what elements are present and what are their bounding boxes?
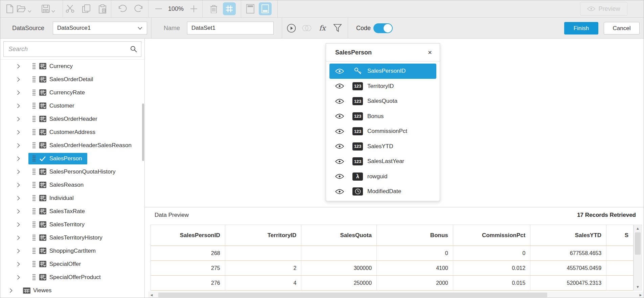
chevron-right-icon[interactable] [17, 104, 21, 108]
drag-handle-icon[interactable] [32, 76, 36, 83]
code-toggle-on[interactable] [373, 23, 393, 33]
open-dropdown-icon[interactable] [28, 8, 31, 11]
cancel-button[interactable]: Cancel [604, 22, 640, 35]
save-report-icon[interactable] [41, 4, 50, 13]
redo-icon[interactable] [134, 4, 143, 13]
eye-icon[interactable] [335, 159, 344, 164]
chevron-right-icon[interactable] [17, 222, 21, 227]
undo-icon[interactable] [118, 4, 127, 13]
drag-handle-icon[interactable] [32, 89, 36, 96]
chevron-right-icon[interactable] [17, 235, 21, 240]
chevron-right-icon[interactable] [17, 183, 21, 187]
close-icon[interactable]: ✕ [427, 49, 433, 55]
drag-handle-icon[interactable] [32, 102, 36, 109]
chevron-right-icon[interactable] [17, 169, 21, 174]
cut-icon[interactable] [66, 4, 74, 13]
tree-item-currencyrate[interactable]: CurrencyRate [0, 86, 142, 99]
horizontal-scroll-thumb[interactable] [158, 293, 547, 297]
eye-icon[interactable] [335, 143, 344, 149]
drag-handle-icon[interactable] [32, 195, 36, 201]
drag-handle-icon[interactable] [32, 129, 36, 135]
eye-icon[interactable] [335, 68, 344, 74]
preview-button-disabled[interactable]: Preview [580, 2, 627, 16]
eye-icon[interactable] [335, 113, 344, 119]
finish-button[interactable]: Finish [564, 22, 598, 35]
chevron-right-icon[interactable] [17, 196, 21, 201]
chevron-right-icon[interactable] [17, 143, 21, 148]
search-input[interactable] [4, 46, 126, 53]
eye-icon[interactable] [335, 83, 344, 89]
drag-handle-icon[interactable] [32, 63, 36, 69]
new-report-icon[interactable] [5, 4, 14, 13]
grid-vertical-scrollbar[interactable]: ▲ ▼ [634, 225, 642, 291]
field-row-saleslastyear[interactable]: 123SalesLastYear [329, 154, 436, 169]
save-dropdown-icon[interactable] [51, 8, 55, 11]
tree-item-individual[interactable]: Individual [0, 191, 142, 205]
paste-icon[interactable] [98, 4, 107, 13]
field-row-bonus[interactable]: 123Bonus [329, 109, 436, 124]
expression-fx-icon[interactable]: fx [318, 23, 327, 33]
drag-handle-icon[interactable] [32, 274, 36, 280]
grid-horizontal-scrollbar[interactable]: ◄ ► [148, 292, 644, 298]
tree-item-specialofferproduct[interactable]: SpecialOfferProduct [0, 271, 142, 284]
drag-handle-icon[interactable] [32, 182, 36, 188]
field-row-territoryid[interactable]: 123TerritoryID [329, 79, 436, 94]
chevron-right-icon[interactable] [9, 288, 14, 293]
field-row-modifieddate[interactable]: ModifiedDate [329, 184, 436, 199]
chevron-right-icon[interactable] [17, 130, 21, 135]
drag-handle-icon[interactable] [32, 168, 36, 175]
eye-icon[interactable] [335, 174, 344, 179]
chevron-right-icon[interactable] [17, 209, 21, 214]
sidebar-scrollbar-thumb[interactable] [142, 104, 144, 161]
scroll-right-icon[interactable]: ► [637, 292, 644, 298]
zoom-out-icon[interactable] [154, 4, 163, 13]
chevron-right-icon[interactable] [17, 64, 21, 69]
chevron-right-icon[interactable] [17, 249, 21, 253]
tree-item-customeraddress[interactable]: CustomerAddress [0, 125, 142, 139]
tree-item-salesreason[interactable]: SalesReason [0, 178, 142, 191]
scroll-left-icon[interactable]: ◄ [148, 292, 155, 298]
tree-item-salesorderheader[interactable]: SalesOrderHeader [0, 112, 142, 125]
drag-handle-icon[interactable] [32, 208, 36, 214]
chevron-right-icon[interactable] [17, 275, 21, 280]
page-header-icon[interactable] [246, 4, 255, 13]
chevron-right-icon[interactable] [17, 90, 21, 95]
tree-item-salesperson[interactable]: SalesPerson [0, 152, 142, 165]
drag-handle-icon[interactable] [32, 248, 36, 254]
scroll-down-icon[interactable]: ▼ [634, 283, 642, 290]
drag-handle-icon[interactable] [32, 142, 36, 148]
field-row-salespersonid[interactable]: SalesPersonID [329, 64, 436, 79]
search-box[interactable] [3, 41, 141, 57]
chevron-right-icon[interactable] [17, 156, 21, 161]
tree-item-salesorderheadersalesreason[interactable]: SalesOrderHeaderSalesReason [0, 139, 142, 152]
eye-icon[interactable] [335, 189, 344, 194]
delete-icon[interactable] [209, 4, 218, 13]
vertical-scroll-thumb[interactable] [635, 232, 641, 255]
field-row-salesytd[interactable]: 123SalesYTD [329, 139, 436, 154]
tree-item-currency[interactable]: Currency [0, 60, 142, 73]
filter-icon[interactable] [333, 23, 342, 33]
run-query-icon[interactable] [286, 23, 296, 33]
tree-item-salespersonquotahistory[interactable]: SalesPersonQuotaHistory [0, 165, 142, 178]
tree-item-customer[interactable]: Customer [0, 99, 142, 112]
eye-icon[interactable] [335, 129, 344, 134]
drag-handle-icon[interactable] [32, 221, 36, 228]
chevron-right-icon[interactable] [17, 77, 21, 82]
copy-icon[interactable] [82, 4, 91, 13]
drag-handle-icon[interactable] [32, 155, 36, 162]
page-footer-button-active[interactable] [259, 2, 272, 15]
tree-item-salesterritory[interactable]: SalesTerritory [0, 218, 142, 231]
tree-item-shoppingcartitem[interactable]: ShoppingCartItem [0, 244, 142, 257]
field-row-rowguid[interactable]: λrowguid [329, 169, 436, 184]
drag-handle-icon[interactable] [32, 116, 36, 122]
tree-item-salesorderdetail[interactable]: SalesOrderDetail [0, 73, 142, 86]
chevron-right-icon[interactable] [17, 117, 21, 121]
search-icon[interactable] [126, 46, 141, 52]
datasource-dropdown[interactable]: DataSource1 [53, 22, 147, 35]
tree-item-salesterritoryhistory[interactable]: SalesTerritoryHistory [0, 231, 142, 244]
tree-item-salestaxrate[interactable]: SalesTaxRate [0, 205, 142, 218]
chevron-down-icon[interactable] [133, 22, 147, 34]
zoom-in-icon[interactable] [189, 4, 198, 13]
eye-icon[interactable] [335, 98, 344, 104]
grid-lines-button-active[interactable] [223, 2, 236, 15]
